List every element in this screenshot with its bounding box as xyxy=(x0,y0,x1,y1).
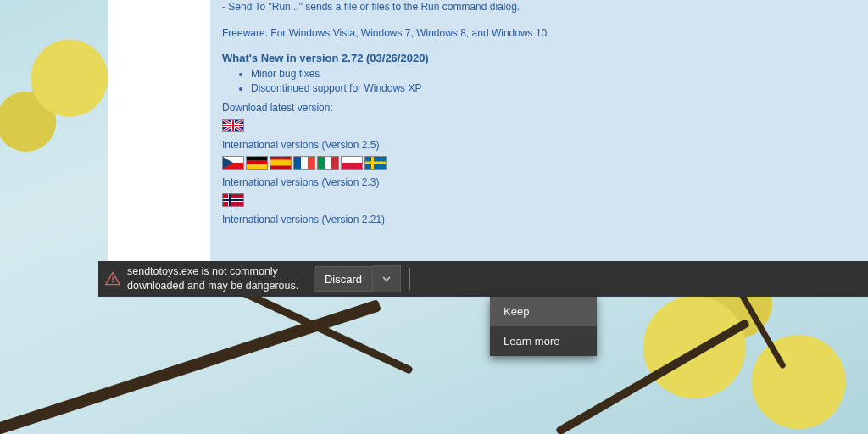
svg-rect-25 xyxy=(112,281,113,283)
list-item: Discontinued support for Windows XP xyxy=(251,81,856,96)
svg-rect-12 xyxy=(325,157,331,169)
svg-rect-15 xyxy=(342,163,362,169)
svg-rect-9 xyxy=(301,157,308,169)
flag-se[interactable] xyxy=(364,156,387,170)
download-options-dropdown[interactable] xyxy=(373,265,401,292)
svg-rect-7 xyxy=(270,159,291,165)
discard-button[interactable]: Discard xyxy=(314,266,373,292)
flag-es[interactable] xyxy=(270,156,292,170)
flag-no[interactable] xyxy=(222,193,244,207)
svg-rect-24 xyxy=(112,277,113,281)
svg-rect-18 xyxy=(365,161,386,164)
webpage-panel: - Send To "Run..." sends a file or files… xyxy=(108,0,868,261)
svg-rect-4 xyxy=(247,160,267,164)
svg-rect-14 xyxy=(342,157,362,163)
feature-description: - Send To "Run..." sends a file or files… xyxy=(222,0,856,14)
changes-list: Minor bug fixes Discontinued support for… xyxy=(222,67,856,97)
flag-uk[interactable] xyxy=(222,119,244,132)
flag-de[interactable] xyxy=(246,156,268,170)
flag-fr[interactable] xyxy=(293,156,315,170)
keep-menuitem[interactable]: Keep xyxy=(490,297,597,326)
svg-rect-3 xyxy=(247,157,267,161)
list-item: Minor bug fixes xyxy=(251,67,856,81)
flag-pl[interactable] xyxy=(341,156,363,170)
freeware-note: Freeware. For Windows Vista, Windows 7, … xyxy=(222,26,856,41)
intl-23-link[interactable]: International versions (Version 2.3) xyxy=(222,176,856,188)
download-options-menu: Keep Learn more xyxy=(490,297,597,356)
intl-221-link[interactable]: International versions (Version 2.21) xyxy=(222,214,856,225)
warning-line1: sendtotoys.exe is not commonly xyxy=(127,264,309,279)
warning-text: sendtotoys.exe is not commonly downloade… xyxy=(127,264,309,293)
svg-rect-11 xyxy=(318,157,325,169)
svg-rect-8 xyxy=(294,157,301,169)
whats-new-heading: What's New in version 2.72 (03/26/2020) xyxy=(222,52,856,64)
warning-icon xyxy=(98,270,127,287)
svg-rect-13 xyxy=(331,157,338,169)
page-sidebar xyxy=(108,0,210,261)
flag-it[interactable] xyxy=(317,156,339,170)
learn-more-menuitem[interactable]: Learn more xyxy=(490,326,597,356)
flag-cz[interactable] xyxy=(222,156,244,170)
warning-line2: downloaded and may be dangerous. xyxy=(127,279,309,293)
svg-rect-23 xyxy=(223,199,243,201)
intl-25-link[interactable]: International versions (Version 2.5) xyxy=(222,139,856,151)
separator xyxy=(409,268,410,290)
download-latest-label: Download latest version: xyxy=(222,102,856,114)
page-content: - Send To "Run..." sends a file or files… xyxy=(210,0,868,261)
svg-rect-5 xyxy=(247,164,267,169)
svg-rect-10 xyxy=(308,157,314,169)
chevron-down-icon xyxy=(382,275,391,283)
download-warning-bar: sendtotoys.exe is not commonly downloade… xyxy=(98,261,868,297)
